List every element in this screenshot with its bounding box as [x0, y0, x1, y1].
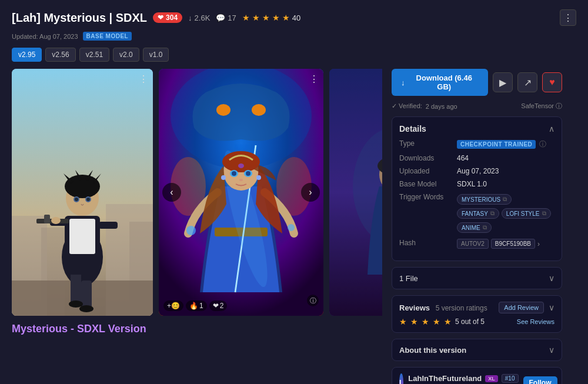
copy-icon[interactable]: ⧉ — [490, 210, 495, 217]
svg-point-31 — [252, 104, 266, 116]
svg-point-27 — [86, 198, 90, 201]
files-section[interactable]: 1 File ∨ — [392, 267, 562, 289]
image-2-menu[interactable]: ⋮ — [309, 74, 319, 85]
play-button[interactable]: ▶ — [493, 72, 513, 92]
star-1: ★ — [242, 13, 250, 22]
download-btn-label: Download (6.46 GB) — [410, 74, 479, 91]
downloads-value: 464 — [457, 154, 554, 162]
star-4: ★ — [272, 13, 280, 22]
heart-count: 304 — [166, 14, 178, 22]
review-star-4: ★ — [433, 317, 440, 326]
details-card: Details ∧ Type CHECKPOINT TRAINED ⓘ Down… — [392, 116, 562, 261]
details-title: Details — [399, 124, 426, 133]
svg-point-46 — [288, 224, 295, 231]
creator-section: L LahInTheFutureland XL #10 Joined May 0… — [392, 367, 562, 384]
svg-point-30 — [216, 104, 230, 116]
image-1-menu[interactable]: ⋮ — [139, 74, 148, 85]
gallery-image-3[interactable] — [329, 69, 382, 316]
star-5: ★ — [282, 13, 290, 22]
gallery-prev-button[interactable]: ‹ — [162, 183, 181, 202]
svg-rect-16 — [44, 215, 50, 223]
base-model-label: Base Model — [399, 180, 452, 188]
details-chevron-icon[interactable]: ∧ — [549, 124, 554, 133]
image-2-overlay: +😊 🔥 1 ❤ 2 ⓘ — [159, 300, 323, 311]
see-reviews-link[interactable]: See Reviews — [517, 318, 554, 325]
uploaded-label: Uploaded — [399, 167, 452, 175]
fire-count: 1 — [199, 302, 203, 310]
svg-point-48 — [256, 175, 261, 180]
right-panel: ↓ Download (6.46 GB) ▶ ↗ ♥ ✓ Verified: 2… — [392, 69, 562, 384]
about-chevron-icon[interactable]: ∨ — [549, 345, 554, 355]
verified-row: ✓ Verified: 2 days ago SafeTensor ⓘ — [392, 102, 562, 111]
rating-stars: ★ ★ ★ ★ ★ 40 — [242, 13, 300, 22]
hash-value-container: AUTOV2 B9CF5190BB › — [457, 239, 554, 249]
star-3: ★ — [262, 13, 270, 22]
copy-icon[interactable]: ⧉ — [483, 224, 487, 231]
gallery-image-2[interactable]: +😊 🔥 1 ❤ 2 ⓘ — [159, 69, 323, 316]
svg-rect-12 — [69, 219, 95, 254]
share-icon: ↗ — [524, 77, 532, 88]
add-review-button[interactable]: Add Review — [499, 302, 544, 313]
reviews-chevron-icon[interactable]: ∨ — [549, 303, 554, 312]
version-tab-v10[interactable]: v1.0 — [143, 48, 169, 62]
review-star-2: ★ — [410, 317, 418, 326]
svg-point-45 — [186, 226, 196, 235]
share-button[interactable]: ↗ — [517, 72, 537, 92]
trigger-fantasy[interactable]: FANTASY ⧉ — [457, 208, 499, 219]
gallery-caption: Mysterious - SDXL Version — [12, 323, 382, 335]
svg-point-10 — [79, 305, 93, 312]
trigger-anime[interactable]: ANIME ⧉ — [457, 222, 492, 233]
svg-point-49 — [238, 163, 244, 168]
creator-rank: #10 — [502, 374, 519, 383]
base-model-value: SDXL 1.0 — [457, 180, 554, 188]
copy-icon[interactable]: ⧉ — [542, 210, 546, 217]
copy-icon[interactable]: ⧉ — [503, 196, 507, 203]
creator-xl-badge: XL — [485, 375, 498, 382]
files-label: 1 File — [399, 274, 418, 283]
version-tab-v295[interactable]: v2.95 — [12, 48, 42, 62]
hash-more[interactable]: › — [537, 240, 540, 248]
base-model-badge: BASE MODEL — [83, 32, 132, 41]
trigger-lofi[interactable]: LOFI STYLE ⧉ — [502, 208, 551, 219]
reviews-section: Reviews 5 version ratings Add Review ∨ ★… — [392, 295, 562, 333]
heart-reaction[interactable]: ❤ 2 — [209, 300, 228, 311]
uploaded-value: Aug 07, 2023 — [457, 167, 554, 175]
download-count-badge: ↓ 2.6K — [188, 14, 210, 22]
base-model-row: Base Model SDXL 1.0 — [399, 180, 554, 188]
version-tab-v20[interactable]: v2.0 — [113, 48, 139, 62]
download-icon: ↓ — [188, 14, 192, 22]
hash-row: Hash AUTOV2 B9CF5190BB › — [399, 239, 554, 249]
svg-point-26 — [75, 198, 78, 201]
checkpoint-badge: CHECKPOINT TRAINED — [457, 140, 536, 149]
downloads-label: Downloads — [399, 154, 452, 162]
about-title: About this version — [399, 346, 466, 355]
version-tab-v251[interactable]: v2.51 — [79, 48, 109, 62]
heart-icon: ❤ — [158, 14, 163, 22]
plus-emoji-icon: +😊 — [167, 302, 180, 310]
downloads-row: Downloads 464 — [399, 154, 554, 162]
download-button[interactable]: ↓ Download (6.46 GB) — [392, 69, 488, 96]
emoji-reaction[interactable]: +😊 — [163, 300, 183, 311]
reviews-out-of: 5 out of 5 — [455, 318, 485, 326]
version-tab-v256[interactable]: v2.56 — [45, 48, 75, 62]
uploaded-row: Uploaded Aug 07, 2023 — [399, 167, 554, 175]
creator-name[interactable]: LahInTheFutureland — [408, 374, 482, 383]
follow-button[interactable]: Follow — [523, 376, 557, 384]
hash-algo: AUTOV2 — [457, 239, 489, 249]
comment-icon: 💬 — [216, 14, 225, 22]
fire-reaction[interactable]: 🔥 1 — [186, 300, 207, 311]
about-section[interactable]: About this version ∨ — [392, 339, 562, 361]
favorite-button[interactable]: ♥ — [542, 72, 562, 92]
trigger-mysterious[interactable]: MYSTERIOUS ⧉ — [457, 194, 512, 205]
type-info-icon: ⓘ — [539, 139, 546, 149]
svg-point-17 — [51, 217, 61, 224]
svg-point-9 — [69, 300, 83, 308]
gallery-image-1[interactable]: ⋮ — [12, 69, 153, 316]
header-menu-button[interactable]: ⋮ — [560, 9, 576, 26]
star-count: 40 — [292, 14, 300, 22]
gallery-next-button[interactable]: › — [301, 183, 320, 202]
image-2-info-button[interactable]: ⓘ — [307, 295, 319, 306]
creator-avatar[interactable]: L — [399, 373, 403, 384]
svg-point-42 — [232, 171, 236, 176]
files-chevron-icon[interactable]: ∨ — [549, 273, 554, 283]
